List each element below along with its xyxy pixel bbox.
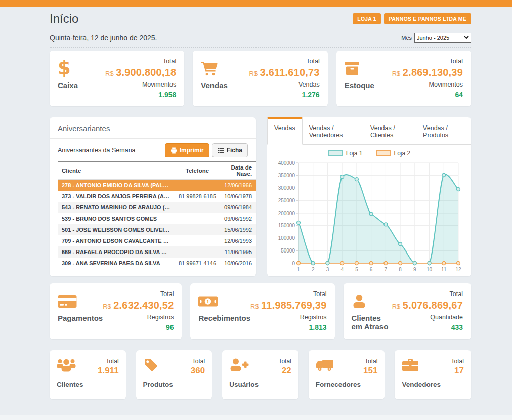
- card-title: Estoque: [345, 81, 374, 90]
- tab-vendas-produtos[interactable]: Vendas / Produtos: [416, 117, 471, 144]
- tab-vendas[interactable]: Vendas: [267, 117, 303, 145]
- count-value: 17: [454, 366, 464, 375]
- currency-prefix: R$: [103, 303, 111, 310]
- card-title: Usuários: [229, 381, 259, 388]
- col-nasc: Data de Nasc.: [220, 162, 256, 180]
- total-label: Total: [250, 290, 326, 299]
- vendas-panel: Vendas Vendas / Vendedores Vendas / Clie…: [267, 117, 471, 276]
- total-value: 3.900.800,18: [116, 67, 176, 78]
- aniversariantes-panel: Aniversariantes Aniversariantes da Seman…: [50, 117, 256, 276]
- total-label: Total: [451, 358, 464, 365]
- table-row[interactable]: 309 - ANA SEVERINA PAES DA SILVA81 99671…: [58, 258, 256, 269]
- svg-text:7: 7: [384, 267, 387, 272]
- svg-text:400000: 400000: [278, 160, 295, 166]
- table-row[interactable]: 709 - ANTONIO EDSON CAVALCANTE D...12/06…: [58, 235, 256, 246]
- count-value: 1.911: [98, 366, 119, 375]
- sub-label: Vendas: [249, 80, 320, 89]
- list-icon: [218, 147, 224, 153]
- ficha-label: Ficha: [227, 147, 242, 154]
- svg-text:300000: 300000: [278, 185, 295, 191]
- current-date: Quinta-feira, 12 de junho de 2025.: [50, 34, 157, 42]
- total-label: Total: [105, 57, 176, 66]
- tab-vendas-clientes[interactable]: Vendas / Clientes: [364, 117, 416, 144]
- sub-value: 1.813: [250, 322, 326, 332]
- card-clientes[interactable]: Total 1.911 Clientes: [50, 350, 126, 399]
- users-icon: [57, 356, 76, 373]
- svg-text:6: 6: [369, 267, 372, 272]
- card-pagamentos[interactable]: Pagamentos Total R$ 2.632.430,52 Registr…: [50, 283, 182, 339]
- svg-text:4: 4: [340, 267, 344, 272]
- card-title: Caixa: [58, 81, 78, 90]
- svg-text:100000: 100000: [278, 235, 295, 241]
- card-usuarios[interactable]: Total 22 Usuários: [222, 350, 298, 399]
- svg-text:12: 12: [455, 267, 461, 272]
- total-value: 11.985.769,39: [261, 300, 326, 311]
- card-fornecedores[interactable]: Total 151 Fornecedores: [309, 350, 385, 399]
- svg-text:1: 1: [207, 299, 210, 304]
- card-vendas[interactable]: Vendas Total R$ 3.611.610,73 Vendas 1.27…: [193, 51, 327, 106]
- sub-value: 1.276: [249, 90, 320, 100]
- total-label: Total: [392, 57, 463, 66]
- card-clientes-atraso[interactable]: Clientes em Atraso Total R$ 5.076.869,67…: [344, 283, 472, 339]
- sub-value: 96: [103, 322, 174, 332]
- table-row[interactable]: 669 - RAFAELA PROCOPIO DA SILVA CA...11/…: [58, 246, 256, 258]
- table-row[interactable]: 539 - BRUNO DOS SANTOS GOMES09/06/1992: [58, 213, 256, 224]
- truck-icon: [316, 356, 334, 373]
- card-vendedores[interactable]: Total 17 Vendedores: [395, 350, 471, 399]
- svg-text:0: 0: [292, 261, 295, 266]
- svg-text:8: 8: [399, 267, 402, 272]
- svg-text:250000: 250000: [278, 198, 295, 203]
- month-select[interactable]: Junho - 2025: [414, 33, 471, 43]
- tab-vendas-vendedores[interactable]: Vendas / Vendedores: [303, 117, 364, 144]
- legend-label-loja2: Loja 2: [394, 150, 411, 157]
- count-value: 22: [282, 366, 291, 375]
- user-plus-icon: [229, 356, 249, 373]
- currency-prefix: R$: [392, 70, 401, 77]
- card-title: Vendedores: [402, 381, 441, 388]
- archive-box-icon: [345, 57, 374, 79]
- total-value: 5.076.869,67: [403, 300, 463, 311]
- top-accent-bar: [0, 0, 512, 7]
- imprimir-button[interactable]: Imprimir: [165, 143, 209, 157]
- card-title: Recebimentos: [198, 314, 250, 322]
- svg-text:350000: 350000: [278, 173, 295, 178]
- table-row[interactable]: 501 - JOSE WELISSON GOMES OLIVEIR...15/0…: [58, 224, 256, 235]
- svg-text:2: 2: [311, 267, 314, 272]
- legend-label-loja1: Loja 1: [346, 150, 363, 157]
- card-produtos[interactable]: Total 360 Produtos: [136, 350, 212, 399]
- card-title: Fornecedores: [316, 381, 361, 388]
- total-label: Total: [278, 358, 291, 365]
- card-caixa[interactable]: $ Caixa Total R$ 3.900.800,18 Movimentos…: [50, 51, 184, 106]
- sub-label: Movimentos: [392, 80, 463, 89]
- currency-prefix: R$: [392, 303, 401, 310]
- legend-swatch-loja2: [376, 150, 391, 156]
- card-estoque[interactable]: Estoque Total R$ 2.869.130,39 Movimentos…: [336, 51, 471, 106]
- money-bill-icon: 1: [198, 290, 250, 312]
- sub-label: Movimentos: [105, 80, 176, 89]
- date-row: Quinta-feira, 12 de junho de 2025. Mês J…: [50, 33, 471, 48]
- total-label: Total: [106, 358, 118, 365]
- legend-swatch-loja1: [328, 150, 343, 156]
- svg-text:9: 9: [413, 267, 416, 272]
- table-row[interactable]: 543 - RENATO MARINHO DE ARAUJO (F...09/0…: [58, 202, 256, 213]
- table-row[interactable]: 373 - VALDIR DOS ANJOS PEREIRA (AN...81 …: [58, 191, 256, 202]
- total-label: Total: [192, 358, 205, 365]
- ficha-button[interactable]: Ficha: [212, 143, 248, 157]
- svg-text:200000: 200000: [278, 211, 295, 216]
- dashboard-page: Início LOJA 1 PANNOS E PANNOS LTDA ME Qu…: [0, 0, 512, 420]
- credit-card-icon: [58, 290, 103, 312]
- user-icon: [352, 290, 392, 312]
- card-title: Clientes em Atraso: [352, 314, 392, 331]
- col-telefone: Telefone: [175, 162, 220, 180]
- tag-icon: [143, 356, 158, 373]
- count-value: 360: [191, 366, 205, 375]
- sub-label: Quantidade: [392, 313, 463, 322]
- month-label: Mês: [401, 35, 412, 41]
- total-label: Total: [249, 57, 320, 66]
- chart-tabs: Vendas Vendas / Vendedores Vendas / Clie…: [267, 117, 471, 145]
- chart-legend: Loja 1 Loja 2: [267, 150, 471, 157]
- table-row[interactable]: 278 - ANTONIO EMIDIO DA SILVA (PALE...12…: [58, 180, 256, 191]
- currency-prefix: R$: [250, 303, 259, 310]
- dollar-icon: $: [58, 58, 71, 78]
- card-recebimentos[interactable]: 1 Recebimentos Total R$ 11.985.769,39 Re…: [190, 283, 334, 339]
